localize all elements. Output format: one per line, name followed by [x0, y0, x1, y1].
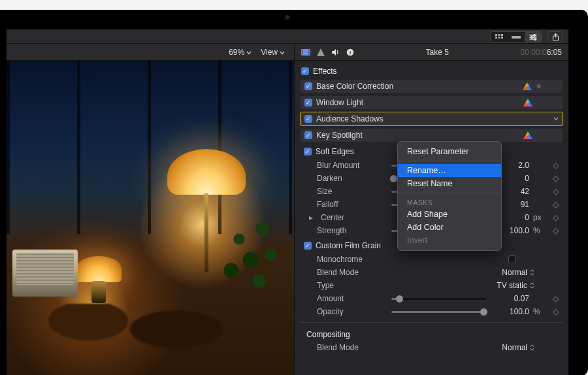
- color-wheel-icon[interactable]: [523, 99, 532, 106]
- zoom-value: 69%: [229, 48, 244, 57]
- viewer-pane: 69% View: [7, 44, 294, 375]
- chevron-down-icon: [280, 51, 285, 55]
- svg-rect-5: [501, 37, 503, 39]
- inspector-header: i Take 5 00:00:06:05: [295, 44, 568, 61]
- svg-rect-0: [495, 34, 497, 36]
- checkbox-icon[interactable]: ✓: [304, 131, 312, 139]
- effects-label: Effects: [313, 67, 336, 76]
- svg-text:i: i: [350, 50, 351, 56]
- stepper-icon: [530, 344, 534, 351]
- stepper-icon: [530, 269, 534, 276]
- effect-row-window-light[interactable]: ✓ Window Light: [300, 95, 563, 110]
- checkbox-icon[interactable]: ✓: [304, 242, 312, 250]
- video-frame: [7, 61, 294, 375]
- param-fg-blendmode: Blend Mode Normal: [300, 266, 563, 279]
- chevron-down-icon[interactable]: [553, 117, 559, 121]
- share-button[interactable]: [547, 31, 563, 42]
- browser-view-icon[interactable]: [491, 32, 508, 42]
- keyframe-icon[interactable]: ◇: [551, 307, 559, 316]
- param-monochrome: Monochrome: [300, 253, 563, 266]
- chevron-down-icon: [246, 51, 252, 55]
- keyframe-icon[interactable]: ◇: [551, 294, 559, 303]
- svg-point-10: [534, 34, 536, 36]
- checkbox-icon[interactable]: ✓: [301, 67, 309, 75]
- menu-separator: [398, 161, 501, 161]
- color-wheel-icon[interactable]: [523, 131, 532, 139]
- comp-blend-select[interactable]: Normal: [502, 343, 534, 352]
- keyframe-icon[interactable]: ◇: [551, 187, 559, 196]
- share-icon: [552, 33, 559, 41]
- device-frame: 69% View: [0, 10, 588, 375]
- timeline-view-icon[interactable]: [508, 32, 525, 42]
- slider[interactable]: [391, 311, 486, 313]
- svg-rect-6: [512, 36, 521, 39]
- color-wheel-icon[interactable]: [523, 82, 532, 90]
- effect-row-audience-shadows[interactable]: ✓ Audience Shadows: [300, 112, 563, 126]
- param-fg-opacity: Opacity 100.0 % ◇: [300, 305, 563, 318]
- svg-rect-4: [498, 37, 500, 39]
- effect-name: Base Color Correction: [316, 82, 519, 91]
- camera-dot: [286, 15, 290, 20]
- color-inspector-icon[interactable]: [317, 48, 325, 56]
- keyframe-icon[interactable]: ◇: [551, 200, 559, 209]
- svg-point-11: [531, 36, 533, 38]
- effect-name: Audience Shadows: [316, 114, 431, 123]
- keyframe-icon[interactable]: ◇: [551, 161, 559, 170]
- value-field[interactable]: 100.0: [495, 307, 529, 316]
- inspector-view-icon[interactable]: [525, 32, 542, 42]
- effect-name: Window Light: [316, 98, 519, 107]
- menu-invert[interactable]: Invert: [398, 234, 501, 247]
- checkbox-icon[interactable]: ✓: [304, 99, 312, 106]
- workspace-switcher[interactable]: [490, 31, 542, 42]
- checkbox-icon[interactable]: ✓: [304, 115, 312, 123]
- view-menu[interactable]: View: [261, 48, 285, 57]
- value-field[interactable]: 0.07: [495, 294, 529, 303]
- effect-name: Key Spotlight: [316, 131, 519, 140]
- svg-rect-18: [302, 54, 304, 55]
- stepper-icon: [530, 282, 534, 289]
- info-inspector-icon[interactable]: i: [346, 48, 354, 56]
- checkbox-icon[interactable]: ✓: [304, 82, 312, 90]
- keyframe-icon[interactable]: ◇: [551, 226, 559, 235]
- blend-mode-select[interactable]: Normal: [502, 268, 534, 277]
- menu-section-header: MASKS: [398, 196, 501, 208]
- type-select[interactable]: TV static: [497, 281, 534, 290]
- svg-point-12: [534, 38, 536, 40]
- checkbox[interactable]: [508, 255, 516, 263]
- param-fg-type: Type TV static: [300, 279, 563, 292]
- param-fg-amount: Amount 0.07 ◇: [300, 292, 563, 305]
- app-window: 69% View: [7, 29, 568, 375]
- effect-row-key-spotlight[interactable]: ✓ Key Spotlight: [300, 128, 563, 142]
- keyframe-icon[interactable]: ◇: [551, 213, 559, 222]
- context-menu[interactable]: Reset Parameter Rename… Reset Name MASKS…: [397, 141, 502, 251]
- svg-rect-1: [498, 34, 500, 36]
- menu-separator: [398, 193, 501, 193]
- magic-wand-icon[interactable]: ✧: [536, 82, 542, 91]
- video-viewer[interactable]: [7, 61, 294, 375]
- clip-title: Take 5: [361, 48, 514, 57]
- disclosure-icon[interactable]: ▸: [309, 213, 317, 222]
- clip-duration: 00:00:06:05: [521, 48, 562, 57]
- effects-section-header[interactable]: ✓ Effects: [295, 65, 568, 79]
- audio-inspector-icon[interactable]: [331, 48, 340, 56]
- menu-add-color[interactable]: Add Color: [398, 221, 501, 234]
- svg-rect-21: [308, 54, 310, 55]
- menu-add-shape[interactable]: Add Shape: [398, 208, 501, 221]
- video-inspector-icon[interactable]: [301, 48, 310, 56]
- zoom-menu[interactable]: 69%: [229, 48, 252, 57]
- svg-rect-2: [501, 34, 503, 36]
- svg-rect-19: [308, 50, 310, 51]
- svg-rect-16: [302, 50, 304, 51]
- svg-rect-3: [495, 37, 497, 39]
- top-toolbar: [7, 29, 568, 44]
- menu-reset-parameter[interactable]: Reset Parameter: [398, 145, 501, 158]
- menu-reset-name[interactable]: Reset Name: [398, 177, 501, 190]
- slider[interactable]: [391, 298, 486, 300]
- compositing-header: Compositing: [300, 327, 563, 341]
- keyframe-icon[interactable]: ◇: [551, 174, 559, 183]
- menu-rename[interactable]: Rename…: [398, 164, 501, 177]
- view-label: View: [261, 48, 278, 57]
- effect-row-base-color-correction[interactable]: ✓ Base Color Correction ✧: [300, 79, 563, 93]
- svg-marker-22: [317, 48, 325, 56]
- checkbox-icon[interactable]: ✓: [304, 148, 312, 155]
